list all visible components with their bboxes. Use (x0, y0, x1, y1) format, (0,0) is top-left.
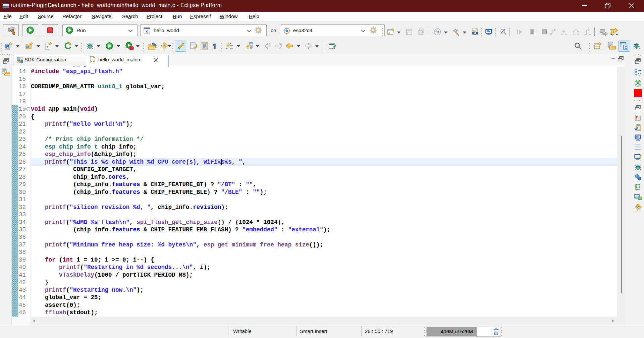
svg-text:C: C (625, 46, 627, 49)
svg-text:c: c (146, 29, 148, 34)
svg-text:.c: .c (90, 59, 95, 63)
svg-text:C: C (7, 45, 9, 48)
svg-text:¶: ¶ (213, 42, 216, 50)
svg-text:010: 010 (472, 31, 478, 35)
svg-text:c: c (47, 45, 49, 49)
